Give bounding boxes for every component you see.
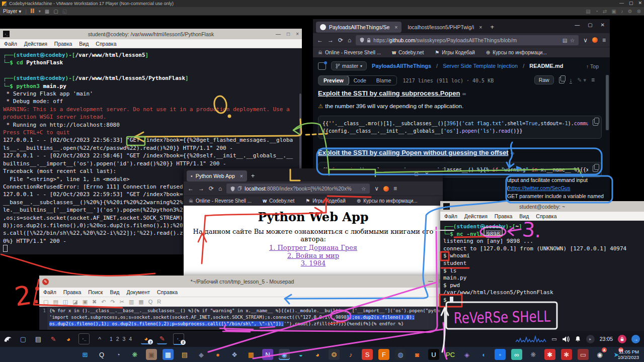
- minimize-button[interactable]: —: [276, 31, 281, 37]
- book-link[interactable]: 3. 1984: [184, 259, 443, 267]
- vm-clock[interactable]: 23:05: [600, 336, 613, 342]
- bookmark-star-icon[interactable]: ☆: [570, 37, 575, 43]
- new-tab-button[interactable]: +: [251, 172, 255, 179]
- pocket-icon[interactable]: ∨: [374, 185, 379, 192]
- cd-icon[interactable]: ◔: [595, 9, 598, 14]
- menu-item[interactable]: Файл: [4, 41, 17, 47]
- close-button[interactable]: ✕: [425, 171, 429, 176]
- gear-app-icon[interactable]: ✱: [544, 349, 555, 360]
- tab-close-icon[interactable]: ×: [240, 173, 243, 179]
- display-icon[interactable]: ▭: [551, 336, 556, 342]
- maximize-button[interactable]: ▢: [414, 171, 419, 176]
- terminal-titlebar[interactable]: ›_ student@codeby: /var/www/html/lesson5…: [0, 29, 302, 39]
- visual-studio-icon[interactable]: ◈: [461, 349, 472, 360]
- menu-item[interactable]: Поиск: [88, 289, 103, 295]
- menu-item[interactable]: Действия: [24, 41, 47, 47]
- edge-icon[interactable]: ◒: [295, 349, 306, 360]
- minimize-button[interactable]: —: [575, 22, 580, 28]
- home-icon[interactable]: ⌂: [348, 37, 351, 44]
- back-to-top-link[interactable]: ↑ Top: [586, 63, 599, 69]
- menu-item[interactable]: Действия: [464, 213, 488, 219]
- menu-item[interactable]: Вид: [79, 41, 89, 47]
- search-icon[interactable]: Q: [96, 349, 107, 360]
- undo-icon[interactable]: ↶: [101, 299, 106, 305]
- file-manager-icon[interactable]: ▢: [18, 334, 28, 344]
- reload-icon[interactable]: ⟳: [209, 185, 214, 192]
- menu-icon[interactable]: ≡: [393, 185, 397, 192]
- book-link[interactable]: 1. Портрет Дориана Грея: [184, 244, 443, 252]
- tab-close-icon[interactable]: ×: [394, 24, 397, 30]
- redo-icon[interactable]: ↷: [110, 299, 115, 305]
- scrollbar[interactable]: [606, 75, 609, 130]
- pause-icon[interactable]: [31, 9, 35, 14]
- terminal-titlebar[interactable]: ›_ student@codeby: ~: [440, 201, 644, 212]
- pycharm-icon[interactable]: PC: [445, 349, 456, 360]
- widget-icon[interactable]: ◔: [113, 349, 124, 360]
- bookmark-item[interactable]: ☠Online - Reverse Shell ...: [318, 50, 381, 55]
- pause-caret-icon[interactable]: ▾: [39, 9, 41, 14]
- virtualbox-icon[interactable]: ❖: [229, 349, 240, 360]
- save-icon[interactable]: ◫: [63, 299, 68, 305]
- copy-code-icon[interactable]: [593, 119, 598, 126]
- cinema4d-icon[interactable]: ◍: [395, 349, 406, 360]
- onenote-icon[interactable]: N: [262, 349, 273, 360]
- file-explorer-icon[interactable]: ▤: [179, 349, 190, 360]
- colorways-icon[interactable]: [592, 37, 598, 43]
- menu-item[interactable]: Справка: [96, 41, 116, 47]
- reader-icon[interactable]: ▤: [562, 37, 568, 43]
- blender-icon[interactable]: ◙: [412, 349, 423, 360]
- home-icon[interactable]: ⌂: [218, 185, 222, 192]
- menu-item[interactable]: Правка: [495, 213, 512, 219]
- new-file-icon[interactable]: ▢: [43, 299, 48, 305]
- bookmark-item[interactable]: wCodeby.net: [392, 50, 424, 55]
- copy-raw-icon[interactable]: [559, 77, 565, 83]
- forward-icon[interactable]: →: [198, 185, 204, 192]
- firefox-icon[interactable]: ◕: [312, 349, 323, 360]
- menu-item[interactable]: Правка: [54, 41, 72, 47]
- close-icon[interactable]: ✖: [92, 299, 97, 305]
- bookmark-item[interactable]: ⊕Курсы по информаци...: [357, 198, 418, 204]
- outline-icon[interactable]: ≡: [591, 76, 595, 83]
- unreal-icon[interactable]: U: [428, 349, 439, 360]
- mousepad-titlebar[interactable]: ✎ *~/Рабочий стол/tmp_lesson_5 - Mousepa…: [39, 276, 445, 288]
- dragon-app-icon[interactable]: ❋: [528, 349, 539, 360]
- copy-code-icon[interactable]: [593, 165, 598, 172]
- kali-menu-icon[interactable]: [3, 334, 13, 344]
- maximize-button[interactable]: ▢: [629, 1, 633, 6]
- section-heading-2[interactable]: Exploit the SSTI by calling Popen withou…: [318, 149, 508, 156]
- co-app-icon[interactable]: ∞: [511, 349, 522, 360]
- minimize-button[interactable]: —: [428, 278, 433, 284]
- chrome-profile-icon[interactable]: ◉A: [594, 349, 605, 360]
- back-icon[interactable]: ←: [317, 37, 323, 44]
- text-editor-icon[interactable]: ✎: [48, 334, 58, 344]
- task-terminal[interactable]: ›_2: [173, 333, 184, 345]
- menu-item[interactable]: Вид: [519, 213, 529, 219]
- cut-icon[interactable]: ✂: [120, 299, 124, 305]
- menu-item[interactable]: Правка: [63, 289, 81, 295]
- section-heading-1[interactable]: Exploit the SSTI by calling subprocess.P…: [318, 89, 460, 97]
- url-bar[interactable]: https://github.com/swisskyrepo/PayloadsA…: [356, 35, 579, 45]
- twitter-link[interactable]: https://twitter.com/SecGus: [509, 185, 571, 191]
- chrome-icon[interactable]: ◉: [279, 349, 290, 360]
- save-as-icon[interactable]: ◪: [72, 299, 77, 305]
- firefox-icon[interactable]: ◕: [63, 334, 73, 344]
- app-icon-colorful[interactable]: ❋: [129, 349, 140, 360]
- new-tab-button[interactable]: +: [490, 23, 494, 31]
- folder-icon[interactable]: ▤: [33, 334, 43, 344]
- gear-app-icon-2[interactable]: ✱: [561, 349, 572, 360]
- tab-blame[interactable]: Blame: [371, 76, 396, 85]
- sound-icon[interactable]: ♪: [621, 9, 623, 14]
- search-icon[interactable]: Q: [148, 299, 153, 305]
- davinci-icon[interactable]: ❂: [329, 349, 340, 360]
- send-ctrl-alt-del-icon[interactable]: ▦: [45, 9, 49, 14]
- hdd-icon[interactable]: ▤: [586, 9, 590, 14]
- system-clock[interactable]: 11:05 PM 10/2/2023: [618, 347, 639, 362]
- bookmark-item[interactable]: ⚑Игры Кодебай: [435, 50, 474, 55]
- book-link[interactable]: 2. Война и мир: [184, 252, 443, 260]
- menu-item[interactable]: Справка: [536, 213, 556, 219]
- maximize-button[interactable]: □: [287, 31, 290, 37]
- breadcrumb-section[interactable]: Server Side Template Injection: [443, 63, 518, 69]
- paste-icon[interactable]: ▦: [138, 299, 143, 305]
- forward-icon[interactable]: →: [328, 37, 334, 44]
- volume-icon[interactable]: [562, 336, 570, 342]
